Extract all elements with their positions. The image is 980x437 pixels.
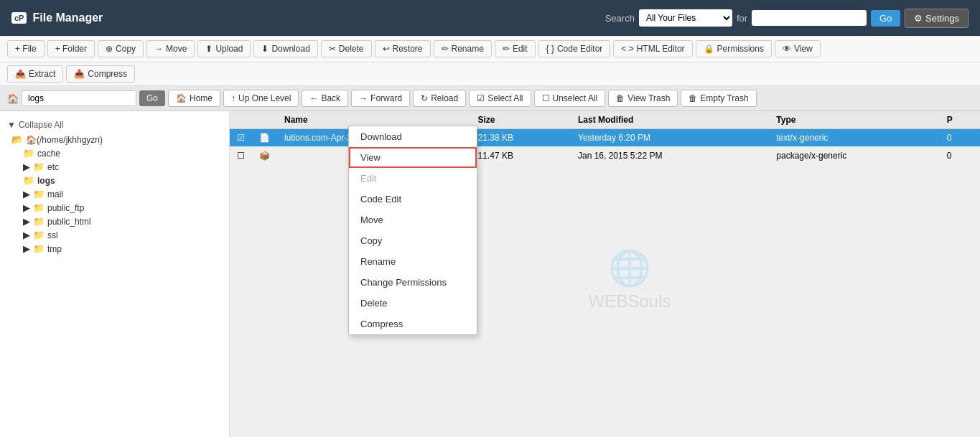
rename-icon: ✏ <box>442 44 449 54</box>
table-row[interactable]: ☑ 📄 lutions.com-Apr-2016 21.38 KB Yester… <box>230 129 980 147</box>
edit-icon: ✏ <box>503 44 510 54</box>
folder-icon-cache: 📁 <box>23 148 34 159</box>
sidebar-item-etc[interactable]: ▶ 📁 etc <box>0 160 229 174</box>
context-menu-compress[interactable]: Compress <box>349 314 477 334</box>
forward-button[interactable]: → Forward <box>351 90 410 107</box>
back-button[interactable]: ← Back <box>302 90 348 107</box>
compress-button[interactable]: 📥 Compress <box>66 65 135 83</box>
html-editor-button[interactable]: < > HTML Editor <box>613 40 692 57</box>
select-all-button[interactable]: ☑ Select All <box>469 90 531 107</box>
col-size[interactable]: Size <box>471 111 571 129</box>
row-checkbox-1[interactable]: ☑ <box>230 129 252 147</box>
home-icon: 🏠 <box>176 93 187 103</box>
sidebar-item-logs[interactable]: 📁 logs <box>0 174 229 187</box>
sidebar-item-root[interactable]: 📂 🏠 (/home/jkhhgyzn) <box>0 133 229 146</box>
row-modified-1: Yesterday 6:20 PM <box>571 129 769 147</box>
main-layout: ▼ Collapse All 📂 🏠 (/home/jkhhgyzn) 📁 ca… <box>0 111 980 437</box>
sidebar-item-public-html[interactable]: ▶ 📁 public_html <box>0 215 229 228</box>
reload-button[interactable]: ↻ Reload <box>413 90 466 107</box>
sidebar-item-root-icon2: 🏠 <box>26 135 37 145</box>
context-menu-rename[interactable]: Rename <box>349 251 477 272</box>
app-logo: cP File Manager <box>11 11 103 24</box>
restore-icon: ↩ <box>383 44 390 54</box>
file-pkg-icon: 📦 <box>259 151 270 161</box>
sidebar-item-tmp[interactable]: ▶ 📁 tmp <box>0 242 229 255</box>
folder-icon-tmp: 📁 <box>33 243 45 254</box>
top-bar: cP File Manager Search All Your Files fo… <box>0 0 980 36</box>
col-icon <box>252 111 277 129</box>
col-checkbox <box>230 111 252 129</box>
expand-icon-ssl: ▶ <box>23 230 30 240</box>
view-button[interactable]: 👁 View <box>775 40 821 57</box>
new-file-button[interactable]: + File <box>7 40 45 57</box>
collapse-all-button[interactable]: ▼ Collapse All <box>0 117 229 133</box>
context-menu-move[interactable]: Move <box>349 210 477 230</box>
new-folder-button[interactable]: + Folder <box>47 40 95 57</box>
permissions-icon: 🔒 <box>704 44 714 54</box>
back-icon: ← <box>309 93 318 103</box>
sidebar-item-ssl[interactable]: ▶ 📁 ssl <box>0 228 229 242</box>
code-icon: { } <box>546 44 554 54</box>
up-icon: ↑ <box>231 93 235 103</box>
rename-button[interactable]: ✏ Rename <box>434 40 492 57</box>
move-button[interactable]: → Move <box>146 40 195 57</box>
up-one-level-button[interactable]: ↑ Up One Level <box>223 90 299 107</box>
row-perms-2: 0 <box>940 147 980 165</box>
context-menu-code-edit[interactable]: Code Edit <box>349 189 477 210</box>
folder-icon-ssl: 📁 <box>33 230 45 240</box>
cpanel-icon: cP <box>11 12 27 24</box>
view-icon: 👁 <box>783 44 791 54</box>
code-editor-button[interactable]: { } Code Editor <box>538 40 611 57</box>
context-menu-delete[interactable]: Delete <box>349 293 477 314</box>
row-size-1: 21.38 KB <box>471 129 571 147</box>
col-perms[interactable]: P <box>940 111 980 129</box>
search-go-button[interactable]: Go <box>871 10 900 27</box>
context-menu: Download View Edit Code Edit Move Copy R… <box>348 126 477 335</box>
home-button[interactable]: 🏠 Home <box>168 90 220 107</box>
folder-icon-html: 📁 <box>33 216 45 227</box>
extract-button[interactable]: 📤 Extract <box>7 65 63 83</box>
restore-button[interactable]: ↩ Restore <box>375 40 431 57</box>
col-type[interactable]: Type <box>769 111 939 129</box>
search-label: Search <box>605 13 635 24</box>
delete-button[interactable]: ✂ Delete <box>321 40 372 57</box>
checkbox-unchecked-icon: ☐ <box>237 151 245 161</box>
search-input[interactable] <box>752 10 867 26</box>
context-menu-change-permissions[interactable]: Change Permissions <box>349 272 477 293</box>
search-dropdown[interactable]: All Your Files <box>639 9 732 27</box>
row-type-1: text/x-generic <box>769 129 939 147</box>
permissions-button[interactable]: 🔒 Permissions <box>696 40 772 57</box>
upload-button[interactable]: ⬆ Upload <box>197 40 251 57</box>
row-type-2: package/x-generic <box>769 147 939 165</box>
context-menu-download[interactable]: Download <box>349 126 477 147</box>
move-icon: → <box>154 44 163 54</box>
edit-button[interactable]: ✏ Edit <box>495 40 536 57</box>
expand-icon-tmp: ▶ <box>23 243 30 254</box>
sidebar-item-cache[interactable]: 📁 cache <box>0 146 229 160</box>
sidebar: ▼ Collapse All 📂 🏠 (/home/jkhhgyzn) 📁 ca… <box>0 111 230 437</box>
for-label: for <box>737 13 747 24</box>
forward-icon: → <box>359 93 368 103</box>
expand-icon-html: ▶ <box>23 216 30 227</box>
download-button[interactable]: ⬇ Download <box>253 40 317 57</box>
unselect-all-button[interactable]: ☐ Unselect All <box>534 90 606 107</box>
context-menu-view[interactable]: View <box>349 147 477 168</box>
context-menu-edit[interactable]: Edit <box>349 168 477 189</box>
nav-bar: 🏠 Go 🏠 Home ↑ Up One Level ← Back → Forw… <box>0 86 980 111</box>
sidebar-item-mail[interactable]: ▶ 📁 mail <box>0 187 229 201</box>
settings-button[interactable]: ⚙ Settings <box>905 9 969 28</box>
table-row[interactable]: ☐ 📦 11.47 KB Jan 16, 2015 5:22 PM packag… <box>230 147 980 165</box>
context-menu-copy[interactable]: Copy <box>349 230 477 251</box>
search-area: Search All Your Files for Go ⚙ Settings <box>605 9 969 28</box>
empty-trash-button[interactable]: 🗑 Empty Trash <box>681 90 756 107</box>
sidebar-item-public-ftp[interactable]: ▶ 📁 public_ftp <box>0 201 229 215</box>
path-go-button[interactable]: Go <box>139 90 165 106</box>
file-table: Name Size Last Modified Type P ☑ 📄 lutio… <box>230 111 980 165</box>
view-trash-button[interactable]: 🗑 View Trash <box>608 90 678 107</box>
row-checkbox-2[interactable]: ☐ <box>230 147 252 165</box>
folder-icon-etc: 📁 <box>33 161 45 172</box>
path-input[interactable] <box>22 90 136 106</box>
col-modified[interactable]: Last Modified <box>571 111 769 129</box>
home-nav-icon: 🏠 <box>7 93 19 104</box>
copy-button[interactable]: ⊕ Copy <box>98 40 144 57</box>
